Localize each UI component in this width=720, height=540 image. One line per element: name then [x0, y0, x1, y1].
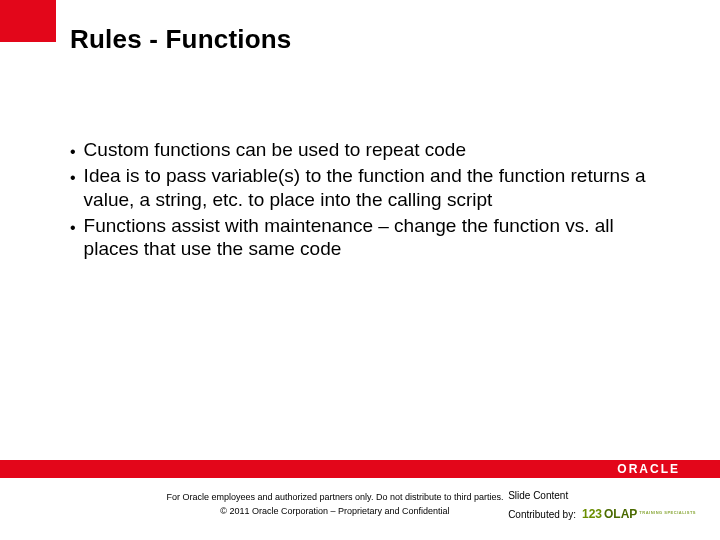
bullet-icon: •: [70, 168, 76, 188]
contributor-logo-left: 123: [582, 505, 602, 523]
footer: For Oracle employees and authorized part…: [0, 478, 720, 540]
contributor-logo-right: OLAP: [604, 505, 637, 523]
bullet-text: Idea is to pass variable(s) to the funct…: [84, 164, 660, 212]
bullet-icon: •: [70, 218, 76, 238]
bullet-text: Custom functions can be used to repeat c…: [84, 138, 660, 162]
list-item: • Idea is to pass variable(s) to the fun…: [70, 164, 660, 212]
list-item: • Functions assist with maintenance – ch…: [70, 214, 660, 262]
brand-bar: [0, 460, 720, 478]
contributor-logo-sub: TRAINING SPECIALISTS: [639, 510, 696, 516]
footer-attribution: Slide Content Contributed by: 123OLAP TR…: [508, 488, 696, 523]
slide: Rules - Functions • Custom functions can…: [0, 0, 720, 540]
slide-title: Rules - Functions: [70, 24, 292, 55]
footer-line2: © 2011 Oracle Corporation – Proprietary …: [140, 504, 530, 518]
footer-disclaimer: For Oracle employees and authorized part…: [140, 490, 530, 519]
brand-color-block: [0, 0, 56, 42]
contributor-logo: 123OLAP TRAINING SPECIALISTS: [582, 505, 696, 523]
bullet-text: Functions assist with maintenance – chan…: [84, 214, 660, 262]
footer-line1: For Oracle employees and authorized part…: [140, 490, 530, 504]
footer-right-line1: Slide Content: [508, 488, 696, 503]
oracle-logo: ORACLE: [617, 462, 680, 476]
footer-right-line2: Contributed by:: [508, 507, 576, 522]
bullet-list: • Custom functions can be used to repeat…: [70, 138, 660, 263]
list-item: • Custom functions can be used to repeat…: [70, 138, 660, 162]
bullet-icon: •: [70, 142, 76, 162]
